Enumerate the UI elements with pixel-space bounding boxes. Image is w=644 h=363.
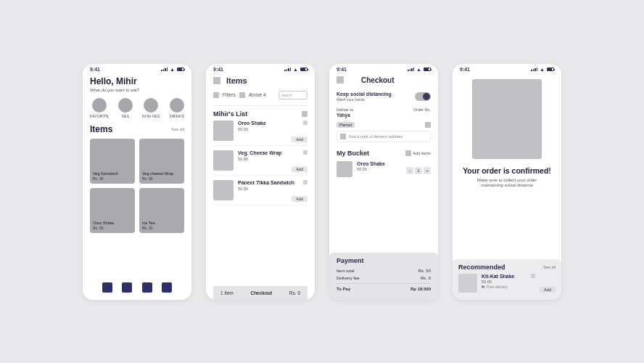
- pay-line-value: Rs. 50: [418, 269, 431, 273]
- social-toggle[interactable]: [415, 92, 431, 101]
- item-name: Ice Tea: [142, 221, 155, 225]
- bucket-item: Oreo Shake 50.00 − 1 +: [337, 161, 431, 177]
- item-price: Rs. 50: [93, 226, 114, 230]
- status-bar: 9:41 ▲: [206, 64, 315, 73]
- cart-total: Rs. 0: [289, 290, 300, 295]
- battery-icon: [424, 68, 431, 71]
- qty-value: 1: [415, 167, 422, 174]
- items-title: Items: [226, 76, 247, 85]
- see-all-link[interactable]: See all: [543, 265, 556, 269]
- add-button[interactable]: Add: [292, 196, 307, 202]
- battery-icon: [547, 68, 554, 71]
- item-name: Kit-Kat Shake: [482, 274, 515, 279]
- tab-item[interactable]: [122, 282, 132, 293]
- item-name: Oreo Shake: [93, 221, 114, 225]
- fav-icon[interactable]: [531, 274, 535, 278]
- status-bar: 9:41 ▲: [83, 64, 191, 73]
- search-placeholder: search: [281, 93, 292, 97]
- fav-icon[interactable]: [303, 150, 307, 155]
- category-icon: [118, 98, 133, 113]
- add-icon: [405, 150, 411, 156]
- battery-icon: [300, 68, 307, 71]
- item-price: Rs. 20: [142, 226, 155, 230]
- checkout-button[interactable]: Checkout: [250, 290, 272, 295]
- pay-total-label: To Pay: [337, 287, 350, 291]
- pay-line-label: Item total: [337, 269, 355, 273]
- list-item: Veg. Cheese Wrap 50.00 Add: [213, 150, 307, 176]
- above4-label[interactable]: Above 4: [249, 92, 266, 97]
- checkout-title: Checkout: [361, 76, 395, 84]
- note-input[interactable]: Add a note of delivery address: [337, 131, 431, 142]
- category-label: FAVORITE: [90, 114, 109, 118]
- item-card[interactable]: Veg cheese WrapRs. 50: [139, 139, 184, 184]
- items-grid: Veg SandwichRs. 30 Veg cheese WrapRs. 50…: [90, 139, 184, 233]
- item-thumb: [337, 161, 352, 177]
- pay-total-value: Rp 18.500: [410, 287, 431, 291]
- list-item: Oreo Shake 50.00 Add: [213, 121, 307, 146]
- tab-item[interactable]: [142, 282, 152, 293]
- item-card[interactable]: Ice TeaRs. 20: [139, 188, 184, 233]
- item-name: Veg Sandwich: [93, 171, 118, 176]
- checkout-bar[interactable]: 1 item Checkout Rs. 0: [213, 286, 307, 300]
- back-icon[interactable]: [337, 76, 344, 83]
- add-button[interactable]: Add: [292, 166, 307, 172]
- add-button[interactable]: Add: [292, 136, 307, 142]
- item-price: 50.00: [238, 127, 307, 131]
- deliver-name: Yahya: [337, 113, 353, 118]
- category-icon: [144, 98, 158, 113]
- search-input[interactable]: search: [278, 91, 307, 99]
- above4-icon[interactable]: [239, 92, 245, 98]
- category-icon: [170, 98, 184, 113]
- filter-icon[interactable]: [213, 92, 219, 98]
- parcel-badge: Parcel: [337, 122, 355, 128]
- filters-label[interactable]: Filters: [223, 92, 236, 97]
- add-items-label: Add items: [413, 151, 431, 155]
- item-price: Rs. 30: [93, 176, 118, 181]
- screen-home: 9:41 ▲ Hello, Mihir What do you want to …: [83, 64, 191, 300]
- item-price: 50.00: [238, 187, 307, 191]
- item-thumb: [213, 121, 234, 141]
- category-row: FAVORITE VEG NON-VEG DRINKS: [90, 98, 184, 118]
- item-name: Oreo Shake: [357, 161, 385, 166]
- category-label: VEG: [121, 114, 129, 118]
- status-indicators: ▲: [531, 67, 554, 72]
- tab-item[interactable]: [102, 282, 112, 293]
- status-time: 9:41: [337, 67, 347, 72]
- signal-icon: [531, 68, 537, 71]
- fav-icon[interactable]: [303, 180, 307, 184]
- add-button[interactable]: Add: [540, 287, 556, 293]
- wifi-icon: ▲: [293, 67, 298, 72]
- category-favorite[interactable]: FAVORITE: [90, 98, 109, 118]
- wifi-icon: ▲: [540, 67, 545, 72]
- recommended-item: Kit-Kat Shake 50.00 ⛟ Free delivery Add: [458, 274, 556, 293]
- delivery-badge: ⛟ Free delivery: [482, 285, 535, 289]
- quantity-stepper: − 1 +: [406, 167, 431, 177]
- qty-decrease[interactable]: −: [406, 167, 413, 174]
- item-name: Paneer Tikka Sandwich: [238, 180, 307, 185]
- see-all-link[interactable]: See all: [171, 127, 184, 131]
- status-time: 9:41: [460, 67, 470, 72]
- category-veg[interactable]: VEG: [118, 98, 133, 118]
- signal-icon: [161, 68, 168, 71]
- item-price: 50.00: [482, 280, 535, 284]
- deliver-to-label: Deliver to: [337, 107, 353, 112]
- category-nonveg[interactable]: NON-VEG: [142, 98, 160, 118]
- category-label: DRINKS: [170, 114, 184, 118]
- status-time: 9:41: [90, 67, 100, 72]
- signal-icon: [408, 68, 414, 71]
- qty-increase[interactable]: +: [424, 167, 431, 174]
- list-options-icon[interactable]: [302, 111, 307, 117]
- tab-item[interactable]: [162, 282, 172, 293]
- category-drinks[interactable]: DRINKS: [170, 98, 184, 118]
- back-icon[interactable]: [213, 77, 220, 84]
- recommended-block: Recommended See all Kit-Kat Shake 50.00 …: [453, 259, 561, 300]
- edit-address-icon[interactable]: [425, 122, 431, 128]
- item-thumb: [458, 274, 477, 293]
- item-card[interactable]: Oreo ShakeRs. 50: [90, 188, 135, 233]
- add-items-button[interactable]: Add items: [405, 150, 431, 156]
- item-price: 50.00: [357, 167, 385, 171]
- fav-icon[interactable]: [303, 121, 307, 125]
- status-indicators: ▲: [284, 67, 307, 72]
- item-card[interactable]: Veg SandwichRs. 30: [90, 139, 135, 184]
- status-indicators: ▲: [161, 67, 184, 72]
